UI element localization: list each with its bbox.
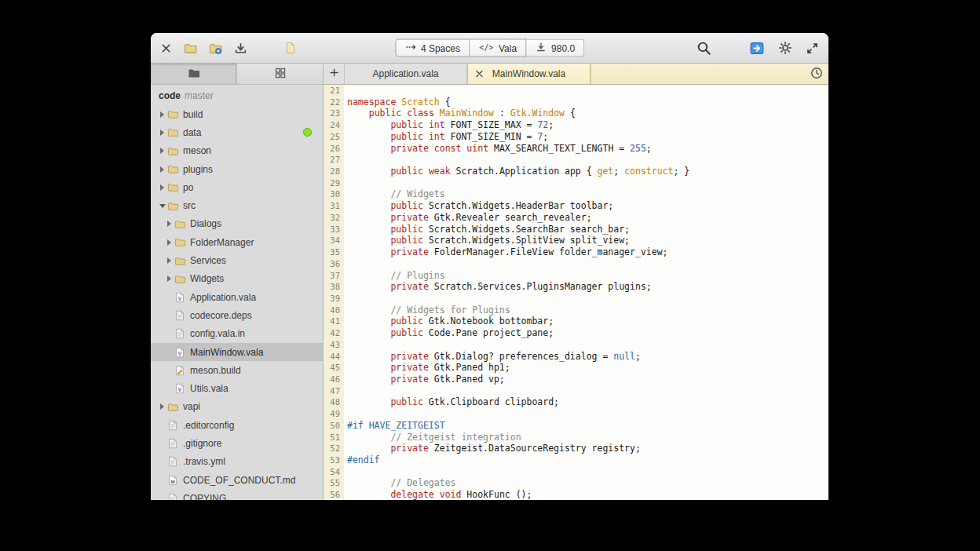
svg-text:V: V [178, 350, 182, 356]
code-editor[interactable]: 2122namespace Scratch {23 public class M… [324, 85, 828, 500]
tree-folder-icon [167, 163, 181, 175]
tree-item--travis-yml[interactable]: .travis.yml [151, 453, 323, 471]
tree-item-codecore-deps[interactable]: codecore.deps [151, 306, 323, 324]
line-number: 51 [324, 432, 344, 443]
code-line: 55 // Delegates [324, 477, 828, 489]
chevron-right-icon[interactable] [164, 239, 174, 246]
tree-item-application-vala[interactable]: VApplication.vala [151, 288, 323, 306]
chevron-right-icon[interactable] [164, 221, 174, 227]
tree-item-vapi[interactable]: vapi [151, 398, 323, 416]
tree-item-services[interactable]: Services [151, 251, 323, 269]
tree-item-label: MainWindow.vala [190, 347, 263, 358]
tree-item-utils-vala[interactable]: VUtils.vala [151, 379, 323, 397]
tab-mainwindow-vala[interactable]: MainWindow.vala [467, 64, 591, 84]
line-number: 27 [324, 154, 344, 166]
code-line: 33 public Scratch.Widgets.SearchBar sear… [324, 224, 828, 235]
chevron-right-icon[interactable] [157, 184, 167, 191]
tree-item-plugins[interactable]: plugins [151, 160, 323, 178]
tree-item-config-vala-in[interactable]: config.vala.in [151, 325, 323, 343]
search-button[interactable] [695, 39, 713, 57]
language-button[interactable]: </>Vala [470, 39, 526, 57]
code-line: 50#if HAVE_ZEITGEIST [324, 420, 828, 432]
settings-button[interactable] [777, 39, 794, 57]
tree-item-label: vapi [183, 401, 200, 412]
chevron-right-icon[interactable] [157, 130, 167, 136]
tree-item-data[interactable]: data [151, 123, 323, 141]
fullscreen-button[interactable] [804, 40, 821, 57]
tree-item-copying[interactable]: COPYING [151, 489, 323, 500]
tree-item-label: meson.build [190, 365, 241, 376]
tree-item-foldermanager[interactable]: FolderManager [151, 233, 323, 251]
line-number: 24 [324, 119, 344, 131]
share-button[interactable] [748, 39, 766, 57]
indent-width-button[interactable]: 4 Spaces [395, 39, 470, 57]
chevron-down-icon[interactable] [157, 204, 167, 208]
tree-item-src[interactable]: src [151, 196, 323, 214]
tree-item-label: config.vala.in [190, 328, 245, 339]
tree-item-label: meson [183, 145, 211, 156]
history-icon [810, 67, 823, 82]
share-icon [750, 41, 765, 56]
branch-label: master [185, 90, 214, 101]
goto-line-button[interactable]: 980.0 [526, 39, 584, 57]
line-number: 33 [324, 224, 344, 235]
new-tab-button[interactable] [324, 64, 344, 84]
close-icon [160, 42, 172, 54]
line-number: 38 [324, 281, 344, 293]
toolbar-left [151, 40, 298, 57]
fullscreen-icon [806, 42, 819, 55]
chevron-right-icon[interactable] [164, 276, 174, 282]
chevron-right-icon[interactable] [157, 166, 167, 173]
tree-item-mainwindow-vala[interactable]: VMainWindow.vala [151, 343, 323, 361]
tree-item-label: .travis.yml [183, 456, 225, 467]
code-line: 32 private Gtk.Revealer search_revealer; [324, 212, 828, 224]
templates-button[interactable] [283, 40, 298, 56]
tree-item-label: codecore.deps [190, 310, 252, 321]
tree-folder-icon [167, 145, 181, 157]
tab-close-button[interactable] [475, 70, 484, 78]
chevron-right-icon[interactable] [157, 403, 167, 410]
tree-folder-icon [167, 108, 181, 120]
tree-item-label: COPYING [183, 493, 226, 500]
tree-item-meson-build[interactable]: meson.build [151, 361, 323, 379]
tree-item-label: po [183, 182, 193, 193]
line-number: 50 [324, 420, 344, 432]
tab-application-vala[interactable]: Application.vala [344, 64, 467, 84]
code-line: 40 // Widgets for Plugins [324, 305, 828, 316]
files-view-button[interactable] [151, 64, 236, 84]
tree-item-label: .editorconfig [183, 420, 234, 431]
tree-item-label: CODE_OF_CONDUCT.md [183, 475, 295, 486]
tree-item-label: Dialogs [190, 218, 221, 229]
chevron-right-icon[interactable] [164, 257, 174, 264]
code-line: 41 public Gtk.Notebook bottombar; [324, 316, 828, 327]
code-line: 45 private Gtk.Paned hp1; [324, 362, 828, 374]
markdown-file-icon: M [167, 475, 181, 486]
tree-item-widgets[interactable]: Widgets [151, 270, 323, 288]
open-file-button[interactable] [182, 40, 199, 57]
tree-item-po[interactable]: po [151, 178, 323, 196]
chevron-right-icon[interactable] [157, 148, 167, 154]
tab-bar: Application.valaMainWindow.vala [324, 64, 828, 85]
line-number: 40 [324, 305, 344, 316]
tree-item-label: Services [190, 255, 226, 266]
tree-item-build[interactable]: build [151, 105, 323, 123]
tree-item-meson[interactable]: meson [151, 142, 323, 160]
project-header[interactable]: code master [151, 86, 323, 105]
tree-item--gitignore[interactable]: .gitignore [151, 434, 323, 452]
line-number: 34 [324, 235, 344, 246]
open-project-button[interactable] [207, 40, 224, 57]
code-line: 24 public int FONT_SIZE_MAX = 72; [324, 119, 828, 131]
sidebar-view-switcher [151, 64, 324, 85]
tree-item-code-of-conduct-md[interactable]: MCODE_OF_CONDUCT.md [151, 471, 323, 489]
save-button[interactable] [232, 40, 249, 57]
outline-view-button[interactable] [236, 64, 323, 84]
svg-text:V: V [178, 295, 182, 301]
tree-item-label: FolderManager [190, 237, 254, 248]
close-window-button[interactable] [159, 41, 174, 56]
history-button[interactable] [808, 64, 825, 84]
chevron-right-icon[interactable] [157, 111, 167, 118]
code-line: 38 private Scratch.Services.PluginsManag… [324, 281, 828, 293]
code-line: 47 [324, 385, 828, 397]
tree-item--editorconfig[interactable]: .editorconfig [151, 416, 323, 434]
tree-item-dialogs[interactable]: Dialogs [151, 215, 323, 233]
